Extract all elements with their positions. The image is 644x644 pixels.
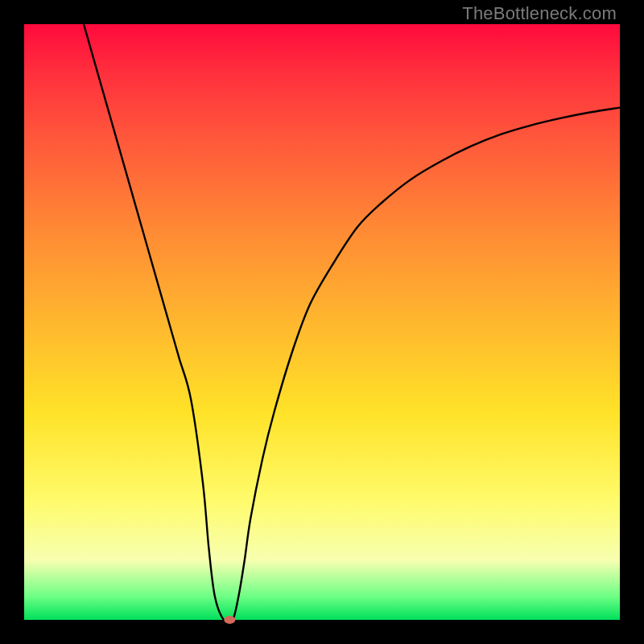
plot-area xyxy=(24,24,620,620)
watermark-text: TheBottleneck.com xyxy=(462,3,617,24)
curve-line xyxy=(84,24,620,623)
minimum-marker xyxy=(224,616,235,624)
chart-svg xyxy=(24,24,620,620)
chart-frame: TheBottleneck.com xyxy=(0,0,644,644)
